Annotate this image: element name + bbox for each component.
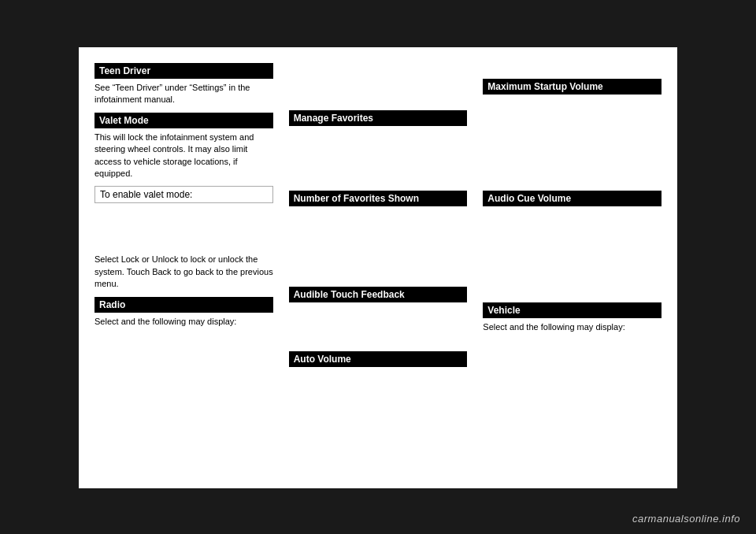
- maximum-startup-volume-header: Maximum Startup Volume: [483, 79, 662, 95]
- lock-unlock-body: Select Lock or Unlock to lock or unlock …: [94, 254, 273, 290]
- vehicle-header: Vehicle: [483, 302, 662, 318]
- vehicle-body: Select and the following may display:: [483, 321, 662, 333]
- auto-volume-header: Auto Volume: [289, 351, 468, 367]
- teen-driver-header: Teen Driver: [94, 63, 273, 79]
- valet-mode-body: This will lock the infotainment system a…: [94, 132, 273, 180]
- teen-driver-body: See “Teen Driver” under “Settings” in th…: [94, 82, 273, 106]
- radio-body: Select and the following may display:: [94, 316, 273, 328]
- enable-valet-label: To enable valet mode:: [94, 186, 273, 203]
- number-of-favorites-header: Number of Favorites Shown: [289, 191, 468, 206]
- valet-mode-header: Valet Mode: [94, 113, 273, 128]
- manage-favorites-header: Manage Favorites: [289, 110, 468, 126]
- column-1: Teen Driver See “Teen Driver” under “Set…: [87, 63, 281, 473]
- watermark: carmanualsonline.info: [632, 513, 740, 525]
- column-2: Manage Favorites Number of Favorites Sho…: [281, 63, 476, 473]
- audio-cue-volume-header: Audio Cue Volume: [483, 191, 662, 206]
- radio-header: Radio: [94, 297, 273, 313]
- column-3: Maximum Startup Volume Audio Cue Volume …: [475, 63, 669, 473]
- page-content: Teen Driver See “Teen Driver” under “Set…: [79, 47, 677, 488]
- audible-touch-feedback-header: Audible Touch Feedback: [289, 287, 468, 302]
